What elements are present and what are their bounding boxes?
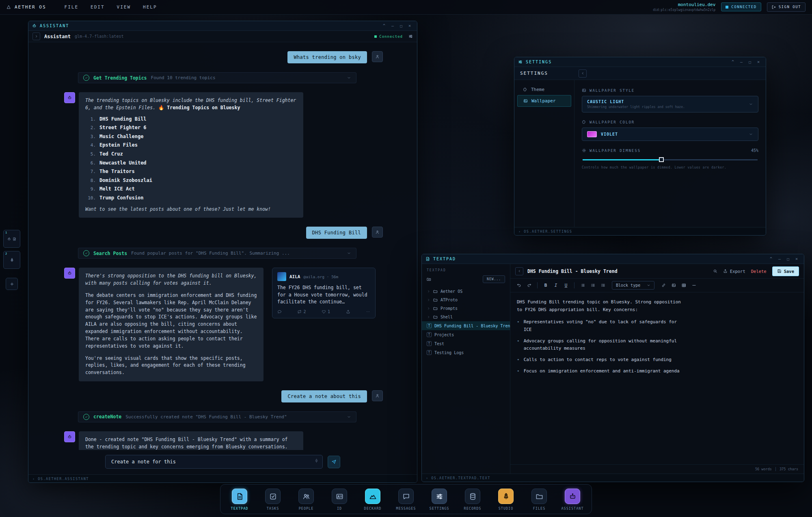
nav-item-theme[interactable]: Theme	[517, 84, 571, 95]
sign-out-label: SIGN OUT	[779, 5, 801, 9]
check-list-button[interactable]	[598, 281, 607, 290]
dock-item-studio[interactable]: STUDIO	[493, 489, 518, 511]
editor-header: DHS Funding Bill - Bluesky Trend Export …	[510, 264, 804, 279]
nav-item-wallpaper[interactable]: Wallpaper	[517, 95, 571, 107]
maximize-button[interactable]	[397, 23, 405, 29]
menu-file[interactable]: FILE	[58, 1, 85, 13]
assistant-chat-input[interactable]	[105, 455, 323, 469]
dock-item-records[interactable]: RECORDS	[460, 489, 485, 511]
wallpaper-color-select[interactable]: VIOLET	[582, 128, 758, 141]
maximize-button[interactable]	[746, 59, 754, 65]
dock: TEXTPAD TASKS PEOPLE ID DECKARD MESSAGES…	[220, 484, 592, 514]
settings-content: WALLPAPER STYLE CAUSTIC LIGHT Shimmering…	[574, 80, 766, 227]
slider-thumb[interactable]	[659, 157, 664, 162]
delete-button[interactable]: Delete	[751, 269, 767, 274]
undo-button[interactable]	[514, 281, 523, 290]
close-button[interactable]	[755, 59, 762, 65]
add-workspace-button[interactable]	[6, 278, 18, 290]
bold-button[interactable]: B	[541, 281, 550, 290]
sidebar-toggle-button[interactable]	[32, 32, 40, 40]
post-actions: 2 1	[277, 309, 370, 314]
dock-item-id[interactable]: ID	[327, 489, 352, 511]
tool-call-get-trending-topics[interactable]: Get Trending Topics Found 10 trending to…	[78, 72, 356, 83]
tool-call-create-note[interactable]: createNote Successfully created note "DH…	[78, 411, 356, 422]
file-dhs-funding-bill[interactable]: T DHS Funding Bill - Bluesky Trend	[422, 321, 510, 330]
export-button[interactable]: Export	[723, 269, 745, 274]
numbered-list-button[interactable]	[588, 281, 597, 290]
workspace-1-thumbnail[interactable]: 1	[3, 230, 20, 248]
more-button[interactable]	[366, 309, 370, 314]
file-testing-logs[interactable]: T Testing Logs	[422, 348, 510, 357]
folder-atproto[interactable]: ATProto	[422, 296, 510, 304]
dock-item-textpad[interactable]: TEXTPAD	[227, 489, 252, 511]
settings-back-button[interactable]	[579, 69, 587, 78]
menu-view[interactable]: VIEW	[111, 1, 137, 13]
collapse-button[interactable]	[380, 23, 388, 29]
new-note-button[interactable]: NEW...	[483, 275, 505, 283]
workspace-2-thumbnail[interactable]: 2	[3, 251, 20, 269]
close-button[interactable]	[793, 256, 800, 262]
new-folder-button[interactable]	[427, 277, 431, 281]
file-projects[interactable]: T Projects	[422, 330, 510, 339]
minimize-button[interactable]	[738, 59, 745, 65]
share-button[interactable]	[346, 309, 350, 314]
like-count: 1	[328, 309, 330, 314]
chevron-down-icon[interactable]	[347, 76, 351, 80]
block-type-select[interactable]: Block type	[612, 281, 654, 290]
horizontal-rule-button[interactable]	[689, 281, 698, 290]
wallpaper-style-select[interactable]: CAUSTIC LIGHT Shimmering underwater ligh…	[582, 96, 758, 112]
insert-table-button[interactable]	[679, 281, 688, 290]
editor-content[interactable]: DHS Funding Bill trending topic on Blues…	[510, 292, 804, 464]
dock-item-assistant[interactable]: ASSISTANT	[560, 489, 585, 511]
sign-out-button[interactable]: SIGN OUT	[767, 2, 806, 12]
folder-prompts[interactable]: Prompts	[422, 304, 510, 313]
dimness-slider[interactable]	[583, 157, 758, 162]
dock-item-deckard[interactable]: DECKARD	[360, 489, 385, 511]
file-test[interactable]: T Test	[422, 339, 510, 348]
chevron-down-icon[interactable]	[347, 415, 351, 419]
menu-edit[interactable]: EDIT	[84, 1, 111, 13]
bullet-list-button[interactable]	[578, 281, 587, 290]
minimize-button[interactable]	[776, 256, 783, 262]
search-button[interactable]	[713, 269, 717, 273]
collapse-button[interactable]	[729, 59, 736, 65]
folder-aether-os[interactable]: Aether OS	[422, 287, 510, 296]
minimize-button[interactable]	[389, 23, 396, 29]
menu-help[interactable]: HELP	[137, 1, 163, 13]
reply-button[interactable]	[277, 309, 282, 314]
chevron-down-icon[interactable]	[347, 251, 351, 255]
user-message-row: DHS Funding Bill	[64, 227, 383, 239]
tool-call-search-posts[interactable]: Search Posts Found popular posts for "DH…	[78, 248, 356, 259]
folder-shell[interactable]: Shell	[422, 313, 510, 321]
chevron-right-icon	[427, 307, 430, 310]
insert-image-button[interactable]	[669, 281, 678, 290]
settings-titlebar[interactable]: SETTINGS	[514, 57, 766, 67]
assistant-settings-button[interactable]	[408, 34, 413, 39]
dock-item-messages[interactable]: MESSAGES	[393, 489, 419, 511]
editor-back-button[interactable]	[515, 267, 523, 275]
assistant-titlebar[interactable]: ASSISTANT	[28, 21, 417, 31]
collapse-button[interactable]	[767, 256, 775, 262]
send-button[interactable]	[328, 456, 340, 468]
italic-button[interactable]: I	[551, 281, 560, 290]
dock-item-tasks[interactable]: TASKS	[260, 489, 285, 511]
dock-item-settings[interactable]: SETTINGS	[427, 489, 452, 511]
redo-button[interactable]	[525, 281, 533, 290]
underline-button[interactable]: U	[561, 281, 570, 290]
textpad-window-title: TEXTPAD	[433, 257, 456, 261]
maximize-button[interactable]	[784, 256, 792, 262]
wallpaper-style-value: CAUSTIC LIGHT	[587, 100, 685, 104]
close-button[interactable]	[406, 23, 413, 29]
model-name: glm-4.7-flash:latest	[75, 34, 123, 39]
wallpaper-color-label: WALLPAPER COLOR	[590, 120, 635, 124]
bluesky-post-card[interactable]: AILA @aila.org · 56m The FY26 DHS fundin…	[272, 268, 376, 318]
textpad-titlebar[interactable]: TEXTPAD	[422, 254, 804, 264]
tune-icon	[408, 34, 413, 39]
like-button[interactable]: 1	[322, 309, 330, 314]
mic-button[interactable]	[314, 459, 319, 463]
repost-button[interactable]: 2	[297, 309, 306, 314]
link-button[interactable]	[659, 281, 668, 290]
dock-item-people[interactable]: PEOPLE	[294, 489, 319, 511]
dock-item-files[interactable]: FILES	[527, 489, 552, 511]
save-button[interactable]: Save	[772, 266, 799, 276]
